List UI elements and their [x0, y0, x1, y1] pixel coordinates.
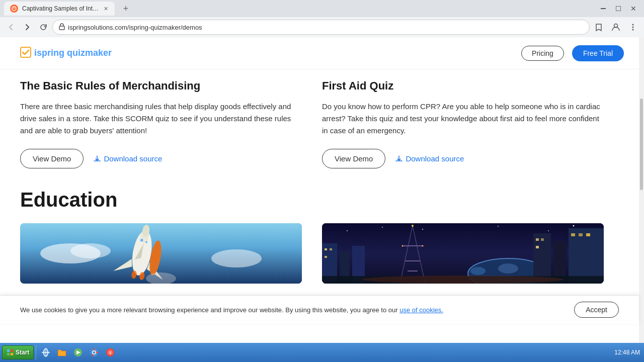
svg-rect-55: [571, 233, 575, 236]
merchandising-card-title: The Basic Rules of Merchandising: [20, 79, 302, 93]
svg-point-7: [632, 29, 634, 31]
svg-point-27: [382, 227, 383, 228]
svg-rect-63: [11, 349, 13, 352]
svg-rect-65: [11, 353, 13, 355]
logo-icon: [20, 47, 31, 60]
svg-point-38: [422, 245, 424, 247]
merchandising-card-description: There are three basic merchandising rule…: [20, 101, 302, 137]
svg-rect-57: [586, 233, 590, 236]
svg-point-36: [412, 225, 414, 227]
svg-rect-51: [569, 228, 604, 284]
pricing-button[interactable]: Pricing: [521, 46, 564, 61]
svg-rect-64: [7, 353, 10, 355]
svg-point-59: [362, 276, 564, 284]
logo-text: ispring quizmaker: [34, 48, 112, 58]
svg-point-31: [573, 225, 575, 227]
tab-title: Captivating Samples of Interactive C...: [22, 5, 99, 12]
svg-rect-54: [536, 246, 539, 248]
space-shuttle-image: [20, 223, 302, 284]
svg-point-47: [470, 267, 486, 275]
page-content: ispring quizmaker Pricing Free Trial The…: [0, 37, 644, 343]
start-icon: [7, 349, 14, 356]
first-aid-view-demo-button[interactable]: View Demo: [322, 149, 385, 168]
svg-rect-56: [579, 233, 583, 236]
site-header: ispring quizmaker Pricing Free Trial: [0, 37, 644, 69]
header-nav: Pricing Free Trial: [521, 45, 624, 61]
taskbar-divider: [36, 345, 36, 359]
menu-button[interactable]: [626, 20, 640, 34]
svg-point-26: [347, 230, 348, 231]
taskbar-right: 12:48 AM: [614, 349, 642, 356]
browser-tab[interactable]: Captivating Samples of Interactive C... …: [4, 2, 115, 16]
svg-rect-3: [59, 26, 64, 30]
taskbar-ie-icon[interactable]: [38, 345, 53, 359]
space-card[interactable]: [20, 223, 302, 284]
tab-close-button[interactable]: ✕: [103, 5, 109, 13]
svg-rect-62: [7, 349, 10, 352]
svg-rect-2: [616, 6, 621, 11]
download-icon-2: [395, 155, 403, 162]
education-section-title: Education: [20, 189, 624, 211]
address-text: ispringsolutions.com/ispring-quizmaker/d…: [68, 24, 202, 31]
cookie-link[interactable]: use of cookies.: [399, 306, 443, 314]
first-aid-download-link[interactable]: Download source: [395, 154, 464, 163]
tab-favicon: [10, 5, 18, 13]
taskbar-antivirus-icon[interactable]: !: [103, 345, 118, 359]
first-aid-download-label: Download source: [406, 154, 464, 163]
close-button[interactable]: ✕: [627, 3, 640, 14]
svg-point-11: [70, 243, 111, 258]
merchandising-card: The Basic Rules of Merchandising There a…: [20, 79, 302, 168]
cards-row: The Basic Rules of Merchandising There a…: [20, 69, 624, 178]
window-controls: ✕: [597, 3, 640, 14]
download-icon: [94, 155, 101, 162]
svg-rect-44: [325, 256, 327, 258]
taskbar-clock: 12:48 AM: [614, 349, 640, 356]
svg-point-48: [498, 263, 518, 274]
taskbar-media-icon[interactable]: [70, 345, 86, 359]
svg-rect-43: [330, 248, 332, 250]
accept-cookie-button[interactable]: Accept: [574, 302, 619, 318]
address-bar[interactable]: ispringsolutions.com/ispring-quizmaker/d…: [52, 20, 590, 35]
cookie-text: We use cookies to give you a more releva…: [20, 306, 443, 314]
taskbar-chrome-icon[interactable]: [87, 345, 102, 359]
cookie-banner: We use cookies to give you a more releva…: [0, 295, 639, 324]
svg-point-37: [402, 245, 404, 247]
browser-titlebar: Captivating Samples of Interactive C... …: [0, 0, 644, 17]
bookmark-button[interactable]: [592, 20, 606, 34]
scrollbar[interactable]: [639, 37, 644, 343]
first-aid-card: First Aid Quiz Do you know how to perfor…: [322, 79, 604, 168]
new-tab-button[interactable]: +: [119, 2, 133, 16]
svg-point-28: [422, 229, 423, 230]
image-cards-row: [20, 223, 624, 284]
account-button[interactable]: [609, 20, 623, 34]
merchandising-download-link[interactable]: Download source: [94, 154, 162, 163]
back-button[interactable]: [4, 20, 18, 34]
forward-button[interactable]: [20, 20, 34, 34]
svg-rect-53: [541, 238, 544, 241]
city-night-image: [322, 223, 604, 284]
start-label: Start: [16, 349, 29, 356]
browser-toolbar: ispringsolutions.com/ispring-quizmaker/d…: [0, 17, 644, 37]
lock-icon: [59, 23, 65, 32]
svg-rect-1: [601, 8, 606, 9]
svg-point-30: [548, 230, 549, 231]
minimize-button[interactable]: [597, 3, 610, 14]
svg-point-6: [632, 27, 634, 28]
taskbar-folder-icon[interactable]: [54, 345, 69, 359]
reload-button[interactable]: [36, 20, 50, 34]
logo-area: ispring quizmaker: [20, 47, 112, 60]
scrollbar-thumb[interactable]: [640, 99, 643, 190]
first-aid-card-actions: View Demo Download source: [322, 149, 604, 168]
svg-text:!: !: [110, 351, 111, 355]
toolbar-right: [592, 20, 640, 34]
first-aid-card-title: First Aid Quiz: [322, 79, 604, 93]
free-trial-button[interactable]: Free Trial: [572, 45, 624, 61]
maximize-button[interactable]: [612, 3, 625, 14]
city-card[interactable]: [322, 223, 604, 284]
merchandising-view-demo-button[interactable]: View Demo: [20, 149, 84, 168]
svg-point-29: [498, 226, 499, 227]
start-button[interactable]: Start: [2, 345, 34, 359]
svg-point-12: [211, 249, 262, 267]
merchandising-download-label: Download source: [104, 154, 162, 163]
clock-time: 12:48 AM: [614, 349, 640, 356]
